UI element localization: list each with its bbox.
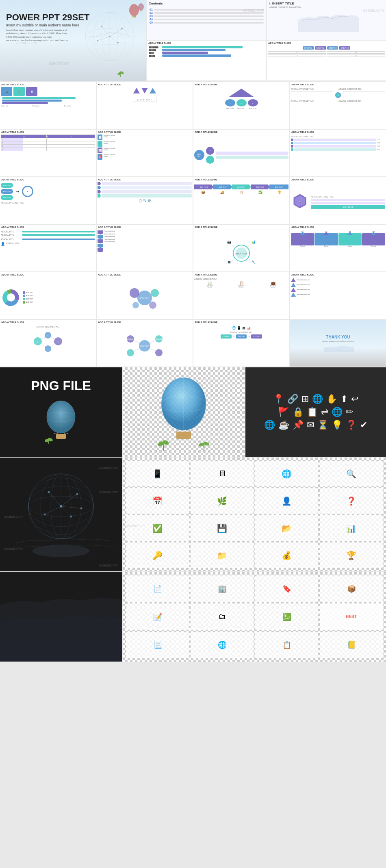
png-file-label: PNG FILE [31, 378, 91, 393]
r7s3-content: 🌐 📱 💻 📊 ASADAL INTERNET INC. STEP#1 → ST… [193, 324, 289, 365]
svg-point-19 [138, 3, 144, 11]
svg-line-112 [45, 506, 61, 514]
svg-point-39 [7, 293, 15, 302]
svg-text:📷: 📷 [227, 240, 231, 244]
svg-line-111 [61, 506, 71, 516]
bar-slide-1[interactable]: ADD A TITLE SLIDE ████████ ██████ ████ █… [147, 41, 266, 80]
svg-line-12 [102, 26, 110, 37]
big-slide-subtitle: Insert my subtitle or main author's name… [6, 23, 79, 27]
slide-row4-3[interactable]: ADD A TITLE SLIDE ADD TEXT ADD TEXT ADD … [193, 177, 289, 224]
bottom-icon-9: ✅ [126, 515, 189, 541]
svg-rect-16 [132, 15, 136, 17]
r2s4-label: ADD A TITLE SLIDE [290, 82, 386, 86]
bottom-section: asadal.com asadal.com asadal.com asadal.… [0, 458, 386, 571]
r6s2-content: ADD TEXT [97, 276, 193, 317]
r7s2-label: ADD A TITLE SLIDE [97, 320, 193, 324]
svg-line-75 [56, 433, 58, 434]
svg-text:A: A [37, 341, 39, 343]
slide-row2-4[interactable]: ADD A TITLE SLIDE ASADAL INTERNET INC. A… [290, 82, 386, 129]
svg-line-88 [176, 430, 178, 432]
svg-line-52 [41, 343, 45, 347]
svg-text:ASADAL: ASADAL [127, 338, 134, 340]
slide-row2-3[interactable]: ADD A TITLE SLIDE ● ● ● ADD TEXT ADD TEX… [193, 82, 289, 129]
slide-row2-1[interactable]: ADD A TITLE SLIDE 📷 🎯 📊 Text text text T… [0, 82, 96, 129]
slide-row5-1[interactable]: ADD A TITLE SLIDE ASADAL INT'L ASADAL IN… [0, 225, 96, 271]
step-slide[interactable]: ADD A TITLE SLIDE STEP 01 STEP 02 STEP 0… [267, 41, 386, 80]
r6s3-content: ASADAL INTERNET INC. 📊ADD TEXTtext text … [193, 276, 289, 317]
slide-row4-2[interactable]: ADD A TITLE SLIDE [97, 177, 193, 224]
slide-row7-1[interactable]: ADD A TITLE SLIDE ASADAL INTERNET INC. [0, 320, 96, 367]
svg-rect-20 [140, 10, 142, 11]
slide-row6-2[interactable]: ADD A TITLE SLIDE ADD TEXT [97, 272, 193, 319]
slide-row3-4[interactable]: ADD A TITLE SLIDE ASADAL INTERNET INC. T… [290, 130, 386, 176]
slide-row5-2[interactable]: ADD A TITLE SLIDE Text text text text Te… [97, 225, 193, 271]
insert-title-slide[interactable]: I. INSERT TITLE ASADAL BUSINESS INNOVATI… [267, 0, 386, 40]
bar-slide-1-label: ADD A TITLE SLIDE [147, 41, 266, 45]
png-icons-panel: 📍 🔗 ⊞ 🌐 ✋ ⬆ ↩ 🚩 🔒 📋 ⇌ 🌐 ✏ 🌐 ☕ 📌 ✉ [245, 367, 386, 457]
svg-line-65 [150, 341, 156, 343]
r6s1-label: ADD A TITLE SLIDE [0, 272, 96, 276]
step-slide-content: STEP 01 STEP 02 STEP 03 STEP 04 [267, 45, 386, 79]
slide-row4-4[interactable]: ADD A TITLE SLIDE 🔍 ASADAL INTERNET INC.… [290, 177, 386, 224]
extra-icons-grid: 📄 🏢 🔖 📦 📝 🗂 💹 BEST 📃 🌐 📋 📒 [123, 572, 386, 662]
title-slide-big: POWER PPT 29SET Insert my subtitle or ma… [0, 0, 146, 81]
extra-icon-10: 🌐 [191, 632, 254, 658]
slide-row6-3[interactable]: ADD A TITLE SLIDE ASADAL INTERNET INC. 📊… [193, 272, 289, 319]
icon-globe2: 🌐 [332, 407, 343, 417]
thank-you-title: THANK YOU [326, 335, 350, 339]
r6s4-content: Text text text text text Text text text … [290, 276, 386, 317]
icon-globe3: 🌐 [264, 420, 275, 430]
contents-list: 01 02 03 04 05 [147, 7, 266, 25]
wm-dark-3: asadal.com [4, 514, 23, 519]
slide-row5-3[interactable]: ADD A TITLE SLIDE ADD TEXT 📷 📊 💻 🔧 [193, 225, 289, 271]
slide-row3-2[interactable]: ADD A TITLE SLIDE 📄 Text text text text … [97, 130, 193, 176]
png-left-content: PNG FILE [0, 367, 122, 457]
icon-lock: 🔒 [293, 407, 304, 417]
r2s4-content: ASADAL INTERNET INC. ASADAL INTERNET INC… [290, 86, 386, 127]
icon-pin: 📌 [293, 420, 304, 430]
extra-icon-5: 📝 [126, 603, 189, 630]
row7: ADD A TITLE SLIDE ASADAL INTERNET INC. [0, 320, 386, 367]
icon-exchange: ⇌ [321, 407, 328, 417]
slide-row3-3[interactable]: ADD A TITLE SLIDE ADDTEXT A B [193, 130, 289, 176]
png-file-panel: PNG FILE [0, 367, 122, 457]
slide-row3-1[interactable]: ADD A TITLE SLIDE ABC 1 2 3 4 [0, 130, 96, 176]
svg-line-50 [41, 337, 45, 339]
svg-rect-87 [176, 432, 191, 439]
thank-you-content: THANK YOU Insert my subtitle or main aut… [290, 320, 386, 367]
r4s3-content: ADD TEXT ADD TEXT ADD TEXT ADD TEXT ADD … [193, 181, 289, 222]
r3s1-content: ABC 1 2 3 4 [0, 134, 96, 175]
slide-row6-1[interactable]: ADD A TITLE SLIDE ADD TEXT ADD TEXT ADD … [0, 272, 96, 319]
svg-line-67 [150, 349, 156, 351]
right-col: Contents 01 02 03 04 05 asadal.com I. IN… [147, 0, 386, 81]
svg-text:D: D [48, 348, 49, 350]
slide-row5-4[interactable]: ADD A TITLE SLIDE 01 Text text 02 [290, 225, 386, 271]
slide-row2-2[interactable]: ADD A TITLE SLIDE ▷ ADD TEXT [97, 82, 193, 129]
bottom-globe-panel: asadal.com asadal.com asadal.com asadal.… [0, 458, 122, 571]
slide-row7-2[interactable]: ADD A TITLE SLIDE ADD TEXT ASADAL [97, 320, 193, 367]
insert-title-sub: ASADAL BUSINESS INNOVATION [269, 6, 384, 9]
icon-location: 📍 [273, 394, 284, 404]
r4s1-label: ADD A TITLE SLIDE [0, 177, 96, 181]
r3s4-content: ASADAL INTERNET INC. TEXT TEXT [290, 134, 386, 175]
wm-dark-1: asadal.com [99, 466, 118, 470]
svg-text:💻: 💻 [227, 260, 231, 264]
r4s3-label: ADD A TITLE SLIDE [193, 177, 289, 181]
contents-slide[interactable]: Contents 01 02 03 04 05 asadal.com [147, 0, 266, 40]
r2s3-content: ● ● ● ADD TEXT ADD TEXT ADD TEXT [193, 86, 289, 127]
slide-row7-3[interactable]: ADD A TITLE SLIDE 🌐 📱 💻 📊 ASADAL INTERNE… [193, 320, 289, 367]
bottom-sub-row: ADD A TITLE SLIDE ████████ ██████ ████ █… [147, 41, 386, 80]
thank-you-slide[interactable]: THANK YOU Insert my subtitle or main aut… [290, 320, 386, 367]
slide-row4-1[interactable]: ADD A TITLE SLIDE ADD TEXT ADD TEXT ADD … [0, 177, 96, 224]
r4s1-content: ADD TEXT ADD TEXT ADD TEXT → ● ASADAL IN… [0, 181, 96, 222]
extra-icon-1: 📄 [126, 575, 189, 602]
svg-point-42 [151, 289, 159, 297]
world-map-mini [269, 10, 384, 32]
bottom-icon-10: 💾 [191, 515, 254, 541]
r7s3-label: ADD A TITLE SLIDE [193, 320, 289, 324]
svg-line-14 [98, 37, 110, 41]
png-section: PNG FILE [0, 367, 386, 457]
extra-icon-6: 🗂 [191, 603, 254, 630]
slide-row6-4[interactable]: ADD A TITLE SLIDE Text text text text te… [290, 272, 386, 319]
thank-you-subtitle: Insert my subtitle or main author's name… [322, 340, 354, 342]
